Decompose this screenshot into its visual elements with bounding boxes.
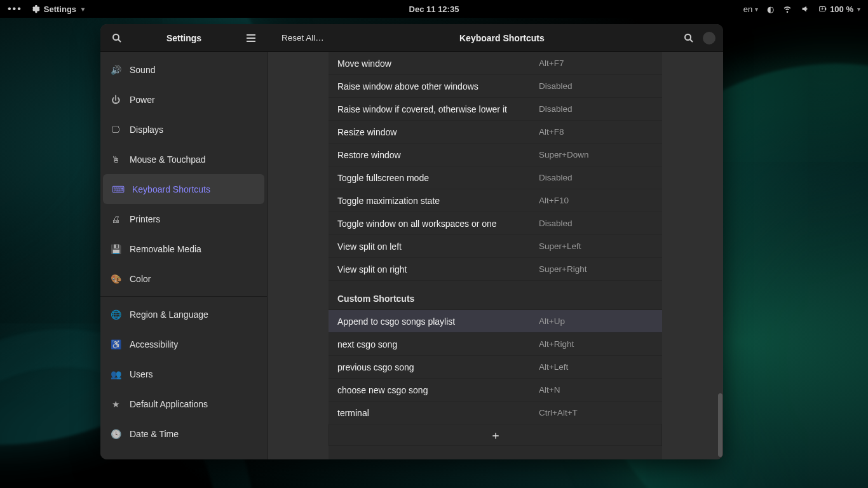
- shortcut-row[interactable]: View split on leftSuper+Left: [329, 235, 662, 258]
- region-icon: 🌐: [111, 309, 121, 320]
- night-light-icon[interactable]: ◐: [767, 4, 774, 14]
- app-menu[interactable]: Settings ▾: [31, 4, 85, 14]
- sidebar-item-default-apps[interactable]: ★Default Applications: [100, 389, 267, 419]
- shortcut-accelerator: Alt+Left: [539, 362, 653, 372]
- sidebar-item-accessibility[interactable]: ♿Accessibility: [100, 329, 267, 359]
- shortcut-accelerator: Alt+Up: [539, 316, 653, 326]
- sidebar-item-color[interactable]: 🎨Color: [100, 264, 267, 294]
- sidebar-item-label: Sound: [130, 65, 155, 75]
- sidebar-item-displays[interactable]: 🖵Displays: [100, 114, 267, 144]
- svg-point-4: [685, 34, 691, 40]
- shortcut-label: View split on right: [337, 264, 539, 274]
- shortcut-row[interactable]: View split on rightSuper+Right: [329, 258, 662, 281]
- shortcut-row[interactable]: terminalCtrl+Alt+T: [329, 402, 662, 424]
- top-panel: ••• Settings ▾ Dec 11 12:35 en ▾ ◐ 100 %…: [0, 0, 868, 18]
- sidebar-separator: [100, 296, 267, 297]
- shortcut-accelerator: Alt+F7: [539, 58, 653, 68]
- sidebar-title: Settings: [126, 33, 242, 43]
- shortcut-label: Toggle maximization state: [337, 196, 539, 206]
- battery-icon: [818, 4, 827, 13]
- section-header-custom: Custom Shortcuts: [329, 287, 662, 310]
- shortcut-label: Append to csgo songs playlist: [337, 316, 539, 327]
- shortcut-accelerator: Disabled: [539, 173, 653, 182]
- sidebar-item-label: Keyboard Shortcuts: [132, 184, 210, 194]
- activities-button[interactable]: •••: [8, 3, 22, 15]
- sidebar-item-removable[interactable]: 💾Removable Media: [100, 234, 267, 264]
- clock[interactable]: Dec 11 12:35: [409, 4, 459, 14]
- datetime-icon: 🕓: [111, 429, 121, 439]
- shortcut-label: Toggle window on all workspaces or one: [337, 219, 539, 229]
- sidebar-item-label: Removable Media: [130, 244, 201, 254]
- shortcut-accelerator: Disabled: [539, 81, 653, 91]
- svg-line-5: [690, 39, 693, 42]
- shortcut-row[interactable]: Raise window above other windowsDisabled: [329, 75, 662, 98]
- shortcut-row[interactable]: Append to csgo songs playlistAlt+Up: [329, 310, 662, 333]
- sidebar-item-label: Default Applications: [130, 399, 208, 409]
- sidebar-item-label: Color: [130, 274, 151, 284]
- content-area: Move windowAlt+F7Raise window above othe…: [268, 52, 723, 459]
- power-icon: ⏻: [111, 95, 121, 105]
- chevron-down-icon: ▾: [81, 6, 85, 13]
- shortcut-row[interactable]: previous csgo songAlt+Left: [329, 356, 662, 379]
- battery-indicator[interactable]: 100 % ▾: [818, 4, 860, 14]
- shortcut-accelerator: Alt+F8: [539, 127, 653, 137]
- shortcut-label: next csgo song: [337, 339, 539, 349]
- color-icon: 🎨: [111, 274, 121, 284]
- shortcut-row[interactable]: Toggle fullscreen modeDisabled: [329, 166, 662, 189]
- sidebar-item-label: Accessibility: [130, 339, 178, 349]
- svg-line-3: [118, 39, 121, 42]
- sidebar-item-mouse[interactable]: 🖱Mouse & Touchpad: [100, 144, 267, 174]
- search-icon: [112, 33, 122, 43]
- shortcut-label: previous csgo song: [337, 362, 539, 372]
- settings-sidebar: 🔊Sound⏻Power🖵Displays🖱Mouse & Touchpad⌨K…: [100, 52, 268, 459]
- headerbar: Settings Reset All… Keyboard Shortcuts: [100, 24, 723, 52]
- sidebar-item-label: Mouse & Touchpad: [130, 154, 206, 165]
- displays-icon: 🖵: [111, 125, 121, 135]
- svg-point-2: [113, 34, 119, 40]
- shortcut-row[interactable]: Toggle maximization stateAlt+F10: [329, 189, 662, 212]
- shortcut-accelerator: Super+Left: [539, 241, 653, 251]
- hamburger-menu-button[interactable]: [242, 29, 260, 47]
- sidebar-item-power[interactable]: ⏻Power: [100, 85, 267, 114]
- add-shortcut-button[interactable]: ＋: [329, 424, 662, 446]
- shortcut-accelerator: Super+Down: [539, 150, 653, 159]
- input-source-indicator[interactable]: en ▾: [743, 4, 758, 14]
- shortcut-label: Raise window if covered, otherwise lower…: [337, 104, 539, 114]
- shortcuts-search-button[interactable]: [680, 29, 698, 47]
- sidebar-item-region[interactable]: 🌐Region & Language: [100, 299, 267, 329]
- shortcut-row[interactable]: Toggle window on all workspaces or oneDi…: [329, 212, 662, 235]
- sidebar-item-label: Date & Time: [130, 429, 179, 439]
- app-menu-label: Settings: [44, 4, 76, 14]
- sidebar-item-label: Users: [130, 369, 153, 379]
- keyboard-icon: ⌨: [113, 184, 123, 194]
- shortcut-label: View split on left: [337, 241, 539, 252]
- removable-icon: 💾: [111, 244, 121, 254]
- shortcut-accelerator: Disabled: [539, 219, 653, 228]
- shortcut-row[interactable]: next csgo songAlt+Right: [329, 333, 662, 356]
- shortcut-accelerator: Ctrl+Alt+T: [539, 408, 653, 417]
- sidebar-item-sound[interactable]: 🔊Sound: [100, 55, 267, 85]
- sidebar-item-users[interactable]: 👥Users: [100, 359, 267, 389]
- sidebar-item-keyboard[interactable]: ⌨Keyboard Shortcuts: [103, 174, 264, 204]
- shortcut-row[interactable]: Move windowAlt+F7: [329, 52, 662, 75]
- window-close-button[interactable]: [703, 32, 715, 44]
- sidebar-search-button[interactable]: [108, 29, 126, 47]
- scrollbar-thumb[interactable]: [718, 393, 722, 457]
- shortcut-row[interactable]: Restore windowSuper+Down: [329, 144, 662, 166]
- sidebar-item-datetime[interactable]: 🕓Date & Time: [100, 419, 267, 449]
- reset-all-button[interactable]: Reset All…: [281, 33, 324, 43]
- plus-icon: ＋: [490, 428, 501, 443]
- chevron-down-icon: ▾: [857, 6, 860, 13]
- users-icon: 👥: [111, 369, 121, 379]
- accessibility-icon: ♿: [111, 339, 121, 349]
- sidebar-item-printers[interactable]: 🖨Printers: [100, 204, 267, 234]
- shortcut-row[interactable]: choose new csgo songAlt+N: [329, 379, 662, 402]
- shortcut-row[interactable]: Raise window if covered, otherwise lower…: [329, 98, 662, 121]
- page-title: Keyboard Shortcuts: [324, 33, 680, 43]
- svg-rect-1: [825, 8, 826, 10]
- wifi-icon[interactable]: [783, 4, 792, 13]
- volume-icon[interactable]: [801, 4, 810, 13]
- shortcut-accelerator: Super+Right: [539, 264, 653, 274]
- shortcut-row[interactable]: Resize windowAlt+F8: [329, 121, 662, 144]
- shortcut-label: Raise window above other windows: [337, 81, 539, 92]
